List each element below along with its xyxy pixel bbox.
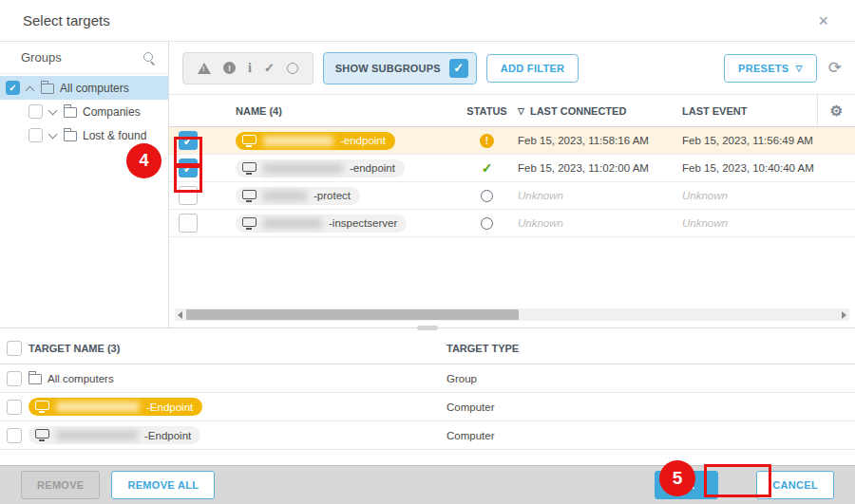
table-row[interactable]: -inspectserver Unknown Unknown	[169, 210, 855, 237]
row-checkbox[interactable]	[179, 186, 198, 205]
add-filter-button[interactable]: ADD FILTER	[486, 54, 580, 83]
redacted-name	[263, 136, 333, 146]
tree-item-lost-and-found[interactable]: Lost & found	[0, 123, 168, 147]
last-connected-value: Unknown	[518, 217, 563, 229]
computer-icon	[242, 190, 256, 199]
computer-name-pill: -protect	[236, 187, 360, 205]
column-header-last-event[interactable]: LAST EVENT	[682, 105, 817, 117]
checkbox-all-computers[interactable]	[6, 81, 20, 95]
tree-item-label: All computers	[60, 82, 129, 95]
computer-name-suffix: -protect	[314, 190, 351, 201]
folder-icon	[64, 107, 77, 118]
table-row[interactable]: -endpoint ✓ Feb 15, 2023, 11:02:00 AM Fe…	[169, 155, 855, 182]
scroll-right-icon[interactable]	[842, 311, 846, 319]
target-row[interactable]: -Endpoint Computer	[0, 421, 855, 450]
search-icon[interactable]	[142, 51, 155, 65]
computer-name-pill: -endpoint	[236, 159, 405, 177]
redacted-name	[263, 163, 343, 174]
redacted-name	[56, 401, 140, 412]
status-warning-icon	[480, 134, 494, 148]
remove-all-button[interactable]: REMOVE ALL	[111, 471, 215, 499]
last-connected-value: Feb 15, 2023, 11:58:16 AM	[518, 135, 649, 146]
last-event-value: Unknown	[682, 217, 728, 229]
target-type: Computer	[446, 401, 855, 413]
unknown-circle-icon[interactable]	[287, 63, 298, 74]
gear-icon[interactable]: ⚙	[830, 103, 843, 120]
groups-header: Groups	[0, 42, 168, 74]
cancel-button[interactable]: CANCEL	[756, 471, 834, 499]
select-targets-dialog: Select targets × Groups All computers	[0, 0, 855, 504]
ok-check-icon[interactable]: ✓	[264, 62, 275, 74]
page-title: Select targets	[23, 12, 814, 28]
scrollbar-thumb[interactable]	[186, 309, 519, 320]
select-all-targets-checkbox[interactable]	[7, 341, 22, 356]
last-connected-value: Unknown	[518, 190, 563, 201]
computer-icon	[242, 135, 256, 144]
row-checkbox[interactable]	[179, 159, 198, 177]
tree-item-companies[interactable]: Companies	[0, 100, 168, 123]
tree-item-label: Companies	[83, 105, 141, 119]
target-checkbox[interactable]	[7, 428, 22, 443]
groups-sidebar: Groups All computers Companies	[0, 42, 169, 327]
severity-filter-group[interactable]: i ✓	[182, 52, 314, 84]
ok-button[interactable]: OK	[655, 471, 718, 499]
folder-icon	[64, 131, 77, 141]
dialog-titlebar: Select targets ×	[0, 0, 855, 42]
last-event-value: Feb 15, 2023, 11:56:49 AM	[682, 135, 817, 146]
remove-button[interactable]: REMOVE	[21, 471, 100, 499]
computer-name-suffix: -endpoint	[350, 162, 395, 174]
toolbar: i ✓ SHOW SUBGROUPS ADD FILTER PRESETS ▽ …	[169, 42, 855, 95]
row-checkbox[interactable]	[179, 131, 198, 150]
target-name-suffix: -Endpoint	[144, 430, 191, 441]
last-connected-value: Feb 15, 2023, 11:02:00 AM	[518, 162, 649, 174]
status-ok-icon: ✓	[482, 160, 493, 176]
column-header-last-connected[interactable]: ▽ LAST CONNECTED	[518, 105, 682, 117]
target-type: Group	[446, 373, 855, 384]
table-row[interactable]: -endpoint Feb 15, 2023, 11:58:16 AM Feb …	[169, 127, 855, 155]
target-row[interactable]: -Endpoint Computer	[0, 393, 855, 421]
refresh-icon[interactable]: ⟳	[828, 58, 842, 78]
checkbox-companies[interactable]	[28, 104, 43, 119]
target-name-suffix: -Endpoint	[146, 401, 193, 413]
targets-table-header: TARGET NAME (3) TARGET TYPE	[0, 333, 855, 364]
info-icon[interactable]: i	[248, 62, 252, 75]
horizontal-scrollbar[interactable]	[175, 308, 849, 321]
table-row[interactable]: -protect Unknown Unknown	[169, 182, 855, 210]
last-event-value: Feb 15, 2023, 10:40:40 AM	[682, 162, 817, 174]
chevron-down-icon[interactable]	[48, 131, 58, 140]
warning-triangle-icon[interactable]	[198, 63, 211, 74]
groups-tree: All computers Companies Lost & found	[0, 74, 168, 147]
show-subgroups-checkbox[interactable]	[449, 59, 468, 78]
column-header-label: LAST CONNECTED	[530, 105, 626, 117]
show-subgroups-label: SHOW SUBGROUPS	[335, 63, 441, 74]
column-header-target-type[interactable]: TARGET TYPE	[446, 343, 855, 354]
chevron-down-icon[interactable]	[48, 107, 58, 117]
last-event-value: Unknown	[682, 190, 728, 201]
folder-icon	[41, 84, 54, 94]
tree-item-all-computers[interactable]: All computers	[0, 76, 168, 100]
computer-icon	[242, 162, 256, 172]
chevron-up-icon[interactable]	[26, 84, 35, 93]
column-header-status[interactable]: STATUS	[456, 105, 518, 117]
computer-name-suffix: -endpoint	[340, 135, 386, 146]
column-header-name[interactable]: NAME (4)	[198, 105, 456, 117]
column-header-target-name[interactable]: TARGET NAME (3)	[28, 343, 446, 354]
target-row[interactable]: All computers Group	[0, 364, 855, 393]
computer-name-pill: -Endpoint	[28, 426, 200, 444]
row-checkbox[interactable]	[179, 214, 198, 233]
show-subgroups-toggle[interactable]: SHOW SUBGROUPS	[323, 52, 477, 84]
target-checkbox[interactable]	[7, 400, 22, 415]
checkbox-lost-and-found[interactable]	[28, 128, 43, 142]
computer-name-pill: -inspectserver	[236, 215, 407, 233]
close-icon[interactable]: ×	[814, 10, 832, 31]
error-circle-icon[interactable]	[223, 62, 236, 74]
scroll-left-icon[interactable]	[178, 311, 182, 319]
computer-name-pill: -Endpoint	[28, 398, 202, 416]
table-header: NAME (4) STATUS ▽ LAST CONNECTED LAST EV…	[169, 95, 855, 127]
groups-title: Groups	[21, 50, 142, 65]
target-checkbox[interactable]	[7, 371, 22, 386]
splitter-handle-icon[interactable]	[417, 326, 438, 330]
computer-name-pill: -endpoint	[236, 132, 395, 150]
computer-name-suffix: -inspectserver	[329, 217, 397, 229]
presets-button[interactable]: PRESETS ▽	[724, 54, 817, 83]
